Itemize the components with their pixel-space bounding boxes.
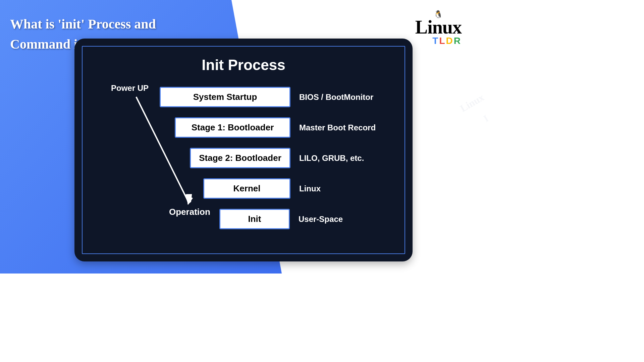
stage-row: Kernel Linux bbox=[203, 178, 405, 199]
logo-main-text: Linux bbox=[415, 19, 462, 36]
stage-label: Master Boot Record bbox=[299, 123, 376, 132]
svg-line-0 bbox=[136, 97, 187, 200]
logo-letter-r: R bbox=[454, 36, 462, 46]
diagram-panel-inner: Init Process Power UP Operation System S… bbox=[82, 46, 405, 254]
stage-box-bootloader-2: Stage 2: Bootloader bbox=[190, 148, 290, 168]
stage-label: Linux bbox=[299, 184, 321, 193]
logo-letter-l: L bbox=[439, 36, 446, 46]
stage-label: BIOS / BootMonitor bbox=[299, 93, 373, 102]
logo-letter-t: T bbox=[432, 36, 439, 46]
logo: 🐧 Linux TLDR bbox=[415, 10, 462, 46]
watermark: Linux bbox=[458, 92, 486, 114]
stage-label: User-Space bbox=[299, 215, 343, 224]
stage-row: Stage 1: Bootloader Master Boot Record bbox=[175, 117, 405, 138]
stage-label: LILO, GRUB, etc. bbox=[299, 154, 364, 163]
watermark: Linux bbox=[482, 102, 488, 124]
flow-arrow-icon bbox=[131, 94, 198, 214]
stage-row: Init User-Space bbox=[219, 209, 405, 229]
arrow-start-label: Power UP bbox=[111, 83, 149, 93]
stage-row: Stage 2: Bootloader LILO, GRUB, etc. bbox=[190, 148, 405, 168]
diagram-panel: Init Process Power UP Operation System S… bbox=[74, 39, 413, 261]
logo-letter-d: D bbox=[446, 36, 454, 46]
diagram-title: Init Process bbox=[83, 57, 405, 73]
stage-box-kernel: Kernel bbox=[203, 178, 290, 199]
stage-box-init: Init bbox=[219, 209, 290, 229]
flow-container: Power UP Operation System Startup BIOS /… bbox=[83, 87, 405, 229]
